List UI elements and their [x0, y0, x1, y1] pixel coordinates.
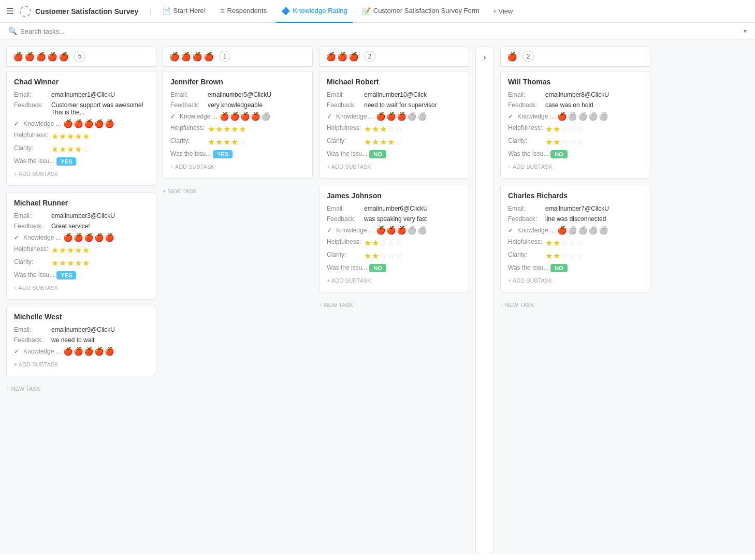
star: ★: [223, 124, 230, 134]
apple-filled: 🍎: [84, 233, 94, 242]
apple-filled: 🍎: [74, 119, 83, 128]
column-body: Michael Robert Email: emailnumber10@Clic…: [319, 67, 469, 315]
knowledge-row: ✓ Knowledge ... 🍎🍎🍎🍎🍎: [327, 226, 461, 235]
star: ☆: [387, 238, 395, 248]
col-apple-filled: 🍎: [13, 52, 23, 62]
feedback-value: Customer support was awesome! This is th…: [51, 101, 149, 116]
apple-empty: 🍎: [417, 112, 427, 121]
apple-filled: 🍎: [240, 112, 250, 121]
apple-filled: 🍎: [397, 226, 406, 235]
star: ★: [553, 238, 560, 248]
new-task-button[interactable]: + NEW TASK: [319, 299, 469, 311]
issue-label: Was the issu...: [508, 150, 548, 157]
tab-respondents[interactable]: ≡ Respondents: [215, 0, 272, 23]
feedback-label: Feedback:: [14, 223, 49, 230]
apple-filled: 🍎: [84, 347, 94, 356]
issue-row: Was the issu... YES: [170, 150, 305, 158]
feedback-value: we need to wait: [51, 336, 149, 344]
email-row: Email: emailnumber1@ClickU: [14, 91, 149, 98]
column-collapsed[interactable]: ›: [475, 46, 494, 554]
email-row: Email: emailnumber6@ClickU: [327, 205, 461, 212]
knowledge-row: ✓ Knowledge ... 🍎🍎🍎🍎🍎: [327, 112, 461, 121]
new-task-button[interactable]: + NEW TASK: [500, 299, 650, 311]
check-icon: ✓: [14, 120, 21, 127]
card-name: Jennifer Brown: [170, 78, 305, 86]
apple-filled: 🍎: [386, 112, 396, 121]
star: ☆: [561, 124, 568, 134]
add-subtask-button[interactable]: + ADD SUBTASK: [14, 283, 149, 293]
star: ★: [545, 251, 553, 261]
add-subtask-button[interactable]: + ADD SUBTASK: [14, 169, 149, 179]
clarity-row: Clarity: ★★★★★: [14, 258, 149, 268]
hamburger-icon[interactable]: ☰: [6, 6, 13, 16]
feedback-label: Feedback:: [508, 215, 543, 223]
add-subtask-button[interactable]: + ADD SUBTASK: [508, 161, 643, 172]
add-subtask-button[interactable]: + ADD SUBTASK: [170, 161, 305, 172]
dropdown-arrow-icon[interactable]: ▾: [744, 27, 747, 35]
issue-label: Was the issu...: [170, 150, 211, 157]
star: ★: [372, 251, 379, 261]
apple-filled: 🍎: [94, 347, 104, 356]
column-count: 1: [219, 51, 230, 62]
star: ★: [67, 258, 74, 268]
star: ★: [545, 137, 553, 147]
task-card: Michael Runner Email: emailnumber3@Click…: [6, 192, 156, 300]
feedback-label: Feedback:: [508, 101, 543, 109]
helpfulness-row: Helpfulness: ★★☆☆☆: [508, 238, 643, 248]
feedback-value: was speaking very fast: [364, 215, 461, 223]
clarity-label: Clarity:: [327, 137, 362, 144]
knowledge-label: Knowledge ...: [336, 227, 374, 234]
add-subtask-button[interactable]: + ADD SUBTASK: [508, 275, 643, 286]
card-name: Charles Richards: [508, 191, 643, 200]
knowledge-row: ✓ Knowledge ... 🍎🍎🍎🍎🍎: [170, 112, 305, 121]
tab-start-label: Start Here!: [173, 7, 206, 14]
email-value: emailnumber1@ClickU: [51, 91, 149, 98]
tab-start[interactable]: 📄 Start Here!: [157, 0, 211, 23]
star: ☆: [569, 238, 576, 248]
check-icon: ✓: [170, 113, 178, 120]
clarity-label: Clarity:: [508, 137, 543, 144]
feedback-label: Feedback:: [327, 101, 362, 109]
add-view-button[interactable]: + View: [489, 5, 517, 17]
email-label: Email:: [14, 212, 49, 219]
tab-knowledge[interactable]: 🔷 Knowledge Rating: [276, 0, 353, 23]
task-card: Jennifer Brown Email: emailnumber5@Click…: [163, 71, 313, 179]
email-label: Email:: [327, 205, 362, 212]
star: ★: [51, 131, 59, 141]
column-col5: 🍎 2 Will Thomas Email: emailnumber8@Clic…: [500, 46, 650, 554]
star: ☆: [395, 251, 402, 261]
helpfulness-label: Helpfulness:: [14, 245, 49, 253]
knowledge-label: Knowledge ...: [180, 113, 217, 120]
feedback-label: Feedback:: [14, 101, 49, 109]
issue-row: Was the issu... NO: [508, 150, 643, 158]
tab-form[interactable]: 📝 Customer Satisfaction Survey Form: [357, 0, 485, 23]
email-label: Email:: [170, 91, 206, 98]
star: ☆: [380, 238, 387, 248]
feedback-label: Feedback:: [14, 336, 49, 344]
clarity-label: Clarity:: [14, 258, 49, 266]
issue-badge: YES: [56, 157, 76, 166]
feedback-value: need to wait for supervisor: [364, 101, 461, 109]
apple-empty: 🍎: [568, 226, 577, 235]
col-apple-filled: 🍎: [204, 52, 214, 62]
apple-empty: 🍎: [578, 226, 588, 235]
add-subtask-button[interactable]: + ADD SUBTASK: [327, 275, 461, 286]
knowledge-row: ✓ Knowledge ... 🍎🍎🍎🍎🍎: [14, 347, 149, 356]
add-subtask-button[interactable]: + ADD SUBTASK: [327, 161, 461, 172]
email-row: Email: emailnumber3@ClickU: [14, 212, 149, 219]
issue-label: Was the issu...: [327, 264, 367, 271]
apple-filled: 🍎: [84, 119, 94, 128]
search-input[interactable]: [20, 27, 741, 35]
view-label: View: [499, 7, 513, 15]
kanban-board: 🍎🍎🍎🍎🍎 5 Chad Winner Email: emailnumber1@…: [0, 40, 755, 554]
star: ★: [75, 245, 82, 255]
add-subtask-button[interactable]: + ADD SUBTASK: [14, 359, 149, 370]
check-icon: ✓: [327, 227, 334, 234]
tab-respondents-label: Respondents: [227, 7, 267, 14]
new-task-button[interactable]: + NEW TASK: [163, 185, 313, 197]
star: ☆: [576, 137, 584, 147]
apple-empty: 🍎: [407, 112, 417, 121]
new-task-button[interactable]: + NEW TASK: [6, 382, 156, 395]
star: ☆: [82, 144, 90, 154]
star: ★: [59, 131, 66, 141]
